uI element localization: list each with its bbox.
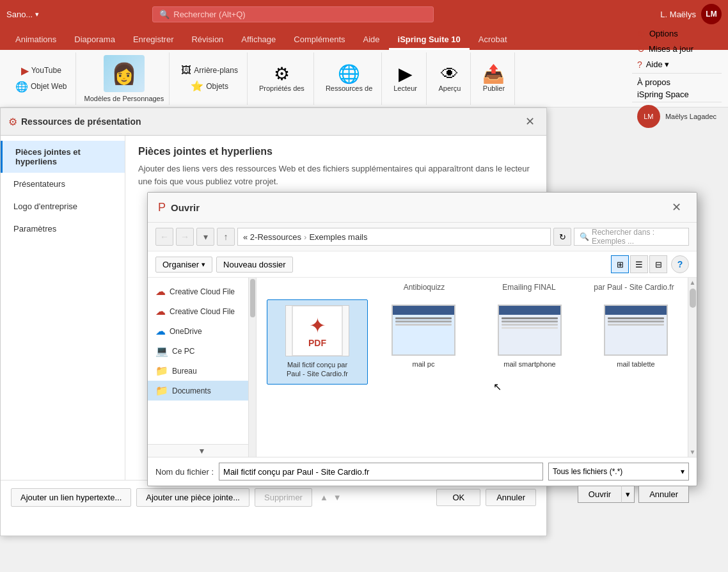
search-bar[interactable]: 🔍	[152, 6, 434, 22]
view-list-button[interactable]: ☰	[630, 255, 648, 273]
resources-main-desc: Ajouter des liens vers des ressources We…	[138, 163, 534, 187]
nav-item-documents[interactable]: 📁 Documents	[148, 381, 256, 401]
pdf-thumbnail: ✦ PDF	[285, 305, 349, 356]
breadcrumb-arrow1: ›	[304, 232, 306, 242]
nav-scroll-down[interactable]: ▼	[148, 444, 256, 457]
sidebar-item-presentateurs[interactable]: Présentateurs	[1, 173, 125, 195]
tab-revision[interactable]: Révision	[182, 31, 232, 50]
resources-close-button[interactable]: ✕	[521, 113, 539, 130]
add-link-button[interactable]: Ajouter un lien hypertexte...	[11, 488, 131, 507]
search-input[interactable]	[173, 10, 427, 19]
objet-web-button[interactable]: 🌐 Objet Web	[12, 79, 70, 94]
about-label: À propos	[637, 77, 670, 87]
mail-pc-filename: mail pc	[413, 360, 435, 369]
tab-complements[interactable]: Compléments	[285, 31, 354, 50]
file-item-mail-pc[interactable]: mail pc	[373, 299, 474, 385]
youtube-label: YouTube	[31, 66, 61, 75]
resources-title-bar: ⚙ Ressources de présentation ✕	[1, 108, 546, 136]
title-dropdown[interactable]: ▾	[35, 10, 39, 19]
mail-tablette-preview	[605, 305, 667, 355]
mail-pc-thumbnail	[392, 305, 455, 356]
sidebar-item-pieces-jointes[interactable]: Pièces jointes et hyperliens	[1, 141, 125, 173]
file-item-mail-smartphone[interactable]: mail smartphone	[479, 299, 580, 385]
file-nav-bar: ← → ▾ ↑ « 2-Ressources › Exemples mails …	[148, 223, 697, 251]
ispring-space-button[interactable]: iSpring Space	[632, 88, 722, 100]
file-type-dropdown[interactable]: Tous les fichiers (*.*) ▾	[548, 463, 689, 481]
help-icon: ?	[637, 60, 642, 70]
organiser-label: Organiser	[162, 260, 199, 269]
file-main-area: Antibioquizz Emailing FINAL par Paul - S…	[257, 278, 697, 457]
breadcrumb-bar[interactable]: « 2-Ressources › Exemples mails	[237, 228, 551, 246]
updates-button[interactable]: ↻ Mises à jour	[632, 42, 722, 56]
resources-button[interactable]: 🌐 Ressources de	[322, 61, 376, 95]
app-title: Sano...	[6, 10, 33, 19]
characters-button[interactable]: 👩	[104, 55, 145, 92]
documents-folder-icon: 📁	[155, 385, 168, 397]
tab-enregistrer[interactable]: Enregistrer	[124, 31, 183, 50]
tab-animations[interactable]: Animations	[6, 31, 65, 50]
tab-affichage[interactable]: Affichage	[232, 31, 285, 50]
sidebar-item-parametres[interactable]: Paramètres	[1, 218, 125, 240]
col-header-par-paul: par Paul - Site Cardio.fr	[582, 283, 686, 292]
mail-smartphone-filename: mail smartphone	[503, 360, 555, 369]
open-main-button[interactable]: Ouvrir	[578, 486, 621, 503]
user-area: L. Maëlys LM	[660, 4, 722, 24]
nav-scrollbar[interactable]	[248, 278, 256, 457]
ribbon-group-insert: ▶ YouTube 🌐 Objet Web	[6, 52, 76, 105]
backgrounds-label: Arrière-plans	[194, 66, 238, 75]
view-details-button[interactable]: ⊟	[649, 255, 667, 273]
nav-item-cepc[interactable]: 💻 Ce PC	[148, 341, 256, 361]
nav-refresh-button[interactable]: ↻	[553, 228, 571, 246]
file-dialog-body: ☁ Creative Cloud File ☁ Creative Cloud F…	[148, 278, 697, 457]
preview-button[interactable]: 👁 Aperçu	[434, 61, 465, 95]
objet-web-label: Objet Web	[31, 82, 67, 91]
user-avatar[interactable]: LM	[701, 4, 722, 24]
filename-input[interactable]	[219, 463, 543, 481]
tab-acrobat[interactable]: Acrobat	[470, 31, 516, 50]
publish-button[interactable]: 📤 Publier	[479, 61, 509, 95]
file-dialog-title-bar: P Ouvrir ✕	[148, 193, 697, 223]
options-icon: ⚙	[637, 29, 645, 39]
view-grid-button[interactable]: ⊞	[611, 255, 629, 273]
about-button[interactable]: À propos	[632, 76, 722, 88]
ribbon-content: ▶ YouTube 🌐 Objet Web 👩 Modèles de Perso…	[0, 50, 728, 107]
resources-icon: 🌐	[339, 64, 360, 84]
organiser-button[interactable]: Organiser ▾	[155, 257, 212, 273]
file-dialog-close-button[interactable]: ✕	[667, 199, 686, 216]
nav-dropdown-button[interactable]: ▾	[196, 228, 214, 246]
open-dropdown-button[interactable]: ▾	[621, 486, 635, 503]
objects-button[interactable]: ⭐ Objets	[187, 79, 232, 93]
publish-label: Publier	[483, 84, 505, 93]
nouveau-dossier-button[interactable]: Nouveau dossier	[216, 257, 293, 273]
nav-item-bureau[interactable]: 📁 Bureau	[148, 361, 256, 381]
tab-diaporama[interactable]: Diaporama	[65, 31, 124, 50]
nav-back-button[interactable]: ←	[155, 228, 173, 246]
properties-button[interactable]: ⚙ Propriétés des	[255, 61, 308, 95]
tab-aide[interactable]: Aide	[354, 31, 389, 50]
nav-up-button[interactable]: ↑	[217, 228, 235, 246]
file-item-pdf[interactable]: ✦ PDF Mail fictif conçu par Paul - Site …	[267, 299, 368, 385]
nav-forward-button[interactable]: →	[176, 228, 194, 246]
file-search-bar[interactable]: 🔍 Rechercher dans : Exemples ...	[574, 228, 689, 246]
properties-icon: ⚙	[271, 64, 292, 84]
youtube-button[interactable]: ▶ YouTube	[17, 63, 65, 78]
cancel-file-button[interactable]: Annuler	[638, 486, 689, 503]
organiser-chevron: ▾	[202, 260, 205, 269]
scroll-up-btn[interactable]: ▲	[690, 279, 696, 286]
tab-ispring[interactable]: iSpring Suite 10	[389, 31, 470, 50]
help-button[interactable]: ? Aide ▾	[632, 58, 722, 72]
options-button[interactable]: ⚙ Options	[632, 27, 722, 41]
nav-item-creative1[interactable]: ☁ Creative Cloud File	[148, 282, 256, 301]
player-button[interactable]: ▶ Lecteur	[390, 61, 421, 95]
file-item-mail-tablette[interactable]: mail tablette	[585, 299, 686, 385]
updates-label: Mises à jour	[649, 44, 693, 54]
help-button-dialog[interactable]: ?	[671, 255, 689, 273]
nav-item-onedrive[interactable]: ☁ OneDrive	[148, 321, 256, 341]
mail-tablette-filename: mail tablette	[617, 360, 654, 369]
sidebar-item-logo[interactable]: Logo d'entreprise	[1, 195, 125, 218]
backgrounds-button[interactable]: 🖼 Arrière-plans	[177, 63, 242, 77]
main-scrollbar[interactable]: ▲ ▼	[688, 278, 697, 457]
nav-item-creative2[interactable]: ☁ Creative Cloud File	[148, 301, 256, 321]
ribbon-group-properties: ⚙ Propriétés des	[250, 52, 314, 105]
scroll-down-btn2[interactable]: ▼	[690, 449, 696, 456]
